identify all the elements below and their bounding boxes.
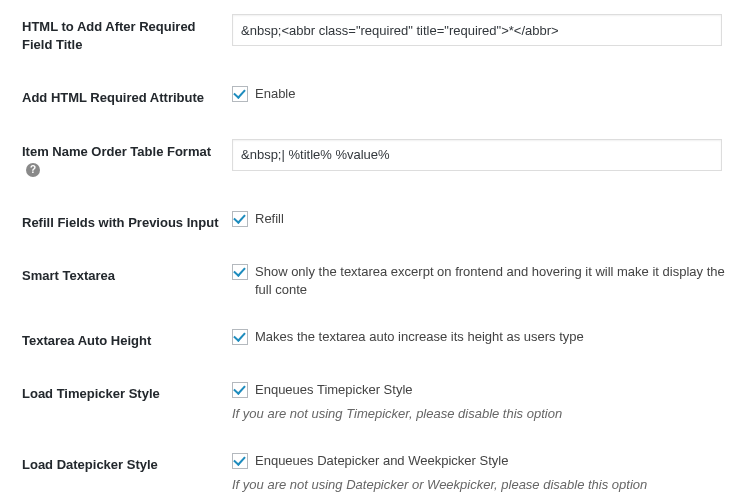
- refill-checkbox-wrap[interactable]: Refill: [232, 210, 740, 228]
- checkbox-icon: [232, 211, 248, 227]
- setting-label: Load Timepicker Style: [0, 367, 232, 437]
- setting-label: Item Name Order Table Format: [22, 144, 211, 159]
- setting-label: Refill Fields with Previous Input: [0, 196, 232, 250]
- setting-row-load-datepicker: Load Datepicker Style Enqueues Datepicke…: [0, 438, 750, 500]
- checkbox-icon: [232, 86, 248, 102]
- setting-description: If you are not using Timepicker, please …: [232, 405, 740, 423]
- setting-label: Smart Textarea: [0, 249, 232, 313]
- setting-row-refill-fields: Refill Fields with Previous Input Refill: [0, 196, 750, 250]
- load-timepicker-checkbox-wrap[interactable]: Enqueues Timepicker Style: [232, 381, 740, 399]
- setting-row-item-name-order: Item Name Order Table Format ?: [0, 125, 750, 196]
- enable-checkbox-wrap[interactable]: Enable: [232, 85, 740, 103]
- setting-label: Textarea Auto Height: [0, 314, 232, 368]
- checkbox-label: Enable: [255, 85, 295, 103]
- settings-form-table: HTML to Add After Required Field Title A…: [0, 0, 750, 500]
- setting-description: If you are not using Datepicker or Weekp…: [232, 476, 740, 494]
- checkbox-label: Makes the textarea auto increase its hei…: [255, 328, 584, 346]
- help-icon[interactable]: ?: [26, 163, 40, 177]
- checkbox-label: Refill: [255, 210, 284, 228]
- load-datepicker-checkbox-wrap[interactable]: Enqueues Datepicker and Weekpicker Style: [232, 452, 740, 470]
- setting-label: Load Datepicker Style: [0, 438, 232, 500]
- checkbox-label: Show only the textarea excerpt on fronte…: [255, 263, 740, 299]
- setting-row-html-after-required: HTML to Add After Required Field Title: [0, 0, 750, 71]
- checkbox-label: Enqueues Datepicker and Weekpicker Style: [255, 452, 508, 470]
- setting-row-textarea-auto-height: Textarea Auto Height Makes the textarea …: [0, 314, 750, 368]
- checkbox-icon: [232, 453, 248, 469]
- setting-label: HTML to Add After Required Field Title: [0, 0, 232, 71]
- item-name-order-input[interactable]: [232, 139, 722, 171]
- smart-textarea-checkbox-wrap[interactable]: Show only the textarea excerpt on fronte…: [232, 263, 740, 299]
- textarea-auto-height-checkbox-wrap[interactable]: Makes the textarea auto increase its hei…: [232, 328, 740, 346]
- checkbox-icon: [232, 264, 248, 280]
- setting-label: Add HTML Required Attribute: [0, 71, 232, 125]
- checkbox-icon: [232, 329, 248, 345]
- checkbox-label: Enqueues Timepicker Style: [255, 381, 413, 399]
- checkbox-icon: [232, 382, 248, 398]
- setting-row-load-timepicker: Load Timepicker Style Enqueues Timepicke…: [0, 367, 750, 437]
- setting-row-add-html-required-attr: Add HTML Required Attribute Enable: [0, 71, 750, 125]
- html-after-required-input[interactable]: [232, 14, 722, 46]
- setting-row-smart-textarea: Smart Textarea Show only the textarea ex…: [0, 249, 750, 313]
